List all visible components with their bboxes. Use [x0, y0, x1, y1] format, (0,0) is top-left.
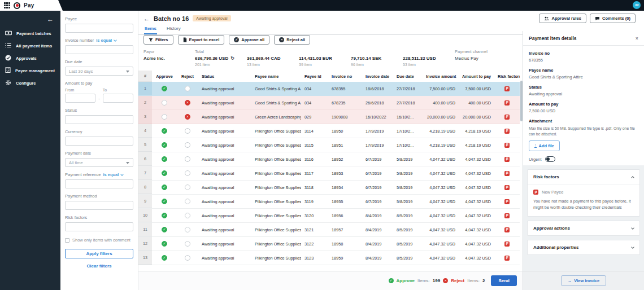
approve-all-button[interactable]: ✓ Approve all	[229, 35, 269, 45]
table-row[interactable]: 4 ✓ Awaiting approval Pilkington Office …	[138, 124, 520, 138]
comments-button[interactable]: Comments (0)	[590, 14, 636, 23]
approve-radio[interactable]: ✓	[162, 156, 167, 162]
currency-filter-input[interactable]	[65, 137, 133, 146]
risk-flag-icon[interactable]	[504, 256, 510, 261]
payee-filter-input[interactable]	[65, 24, 133, 33]
reject-all-button[interactable]: × Reject all	[274, 35, 310, 45]
comment-filter-checkbox-row[interactable]: Show only items with comment	[65, 238, 133, 243]
reject-radio[interactable]: ×	[185, 114, 190, 120]
approve-radio[interactable]: ✓	[162, 241, 167, 247]
reject-radio[interactable]	[185, 128, 190, 134]
risk-flag-icon[interactable]	[504, 199, 510, 204]
payment-method-filter-input[interactable]	[65, 201, 133, 210]
table-row[interactable]: 6 ✓ Awaiting approval Pilkington Office …	[138, 152, 520, 166]
payment-date-filter-select[interactable]: All time	[65, 158, 133, 167]
table-row[interactable]: 13 ✓ Awaiting approval Pilkington Office…	[138, 251, 520, 265]
sidebar-item-approvals[interactable]: Approvals	[0, 52, 60, 64]
risk-factors-card-header[interactable]: Risk factors	[528, 170, 639, 184]
payment-reference-filter-input[interactable]	[65, 179, 133, 188]
reject-radio[interactable]	[185, 156, 190, 162]
cell-amount-to-pay: 7,500.00 USD	[459, 86, 494, 91]
view-invoice-button[interactable]: → View invoice	[561, 275, 606, 286]
invoice-number-filter-input[interactable]	[65, 45, 133, 54]
approve-radio[interactable]	[162, 100, 167, 106]
approve-radio[interactable]: ✓	[162, 86, 167, 91]
approve-radio[interactable]: ✓	[162, 255, 167, 261]
reject-radio[interactable]	[185, 255, 190, 261]
sidebar-item-configure[interactable]: Configure	[0, 77, 60, 89]
table-row[interactable]: 8 ✓ Awaiting approval Pilkington Office …	[138, 181, 520, 195]
approve-radio[interactable]: ✓	[162, 213, 167, 218]
table-row[interactable]: 5 ✓ Awaiting approval Pilkington Office …	[138, 138, 520, 152]
reject-radio[interactable]	[185, 241, 190, 247]
approve-radio[interactable]: ✓	[162, 227, 167, 232]
risk-flag-icon[interactable]	[504, 241, 510, 247]
risk-flag-icon[interactable]	[504, 157, 510, 162]
clear-filters-link[interactable]: Clear filters	[65, 263, 133, 269]
risk-flag-icon[interactable]	[504, 129, 510, 134]
table-row[interactable]: 12 ✓ Awaiting approval Pilkington Office…	[138, 237, 520, 251]
reject-radio[interactable]: ×	[185, 100, 190, 106]
approval-actions-card-header[interactable]: Approval actions	[528, 221, 639, 235]
table-row[interactable]: 11 ✓ Awaiting approval Pilkington Office…	[138, 223, 520, 237]
due-date-filter-select[interactable]: Last 30 days	[65, 67, 133, 76]
back-arrow-icon[interactable]: ←	[143, 15, 150, 22]
add-file-button[interactable]: ↑ Add file	[529, 140, 560, 151]
send-button[interactable]: Send	[491, 275, 517, 286]
table-row[interactable]: 9 ✓ Awaiting approval Pilkington Office …	[138, 195, 520, 209]
filters-button[interactable]: Filters	[143, 35, 173, 45]
approve-radio[interactable]: ✓	[162, 142, 167, 148]
risk-flag-icon[interactable]	[504, 185, 510, 190]
comment-filter-checkbox[interactable]	[65, 238, 69, 243]
reject-radio[interactable]	[185, 86, 190, 91]
export-to-excel-button[interactable]: Export to excel	[178, 35, 225, 45]
refresh-icon[interactable]: ↻	[230, 56, 234, 61]
risk-flag-icon[interactable]	[504, 171, 510, 176]
table-row[interactable]: 1 ✓ Awaiting approval Good Shirts & Spor…	[138, 82, 520, 96]
reject-radio[interactable]	[185, 170, 190, 176]
cell-payee-id: 3119	[301, 199, 328, 204]
sidebar-item-payment-batches[interactable]: Payment batches	[0, 27, 60, 39]
status-filter-input[interactable]	[65, 115, 133, 124]
amount-from-input[interactable]	[65, 94, 95, 103]
approve-radio[interactable]: ✓	[162, 128, 167, 134]
reject-radio[interactable]	[185, 184, 190, 190]
approve-radio[interactable]: ✓	[162, 170, 167, 176]
user-avatar[interactable]: JR	[633, 1, 641, 9]
table-row[interactable]: 10 ✓ Awaiting approval Pilkington Office…	[138, 209, 520, 223]
reject-radio[interactable]	[185, 199, 190, 204]
cell-invoice-date: 18/6/2018	[362, 86, 393, 91]
risk-flag-icon[interactable]	[504, 115, 510, 120]
risk-factors-filter-input[interactable]	[65, 222, 133, 231]
close-icon[interactable]: ×	[636, 36, 638, 41]
approve-radio[interactable]: ✓	[162, 184, 167, 190]
reject-radio[interactable]	[185, 227, 190, 232]
invoice-number-operator[interactable]: is equal	[96, 38, 112, 43]
risk-flag-icon[interactable]	[504, 213, 510, 218]
app-grid-icon[interactable]	[4, 2, 10, 8]
cell-invoice-date: 26/6/2018	[362, 100, 393, 106]
sidebar-item-payee-management[interactable]: Payee management	[0, 64, 60, 77]
approve-radio[interactable]: ✓	[162, 199, 167, 204]
cell-invoice-amount: 4,047.32 USD	[423, 185, 459, 190]
vertical-scrollbar[interactable]	[520, 81, 523, 121]
risk-flag-icon[interactable]	[504, 100, 510, 106]
urgent-toggle[interactable]	[545, 156, 555, 162]
medius-logo-icon[interactable]	[14, 2, 20, 9]
sidebar-collapse-icon[interactable]: ←	[47, 16, 54, 23]
risk-flag-icon[interactable]	[504, 227, 510, 232]
risk-flag-icon[interactable]	[504, 143, 510, 148]
apply-filters-button[interactable]: Apply filters	[65, 249, 133, 258]
approval-rules-button[interactable]: Approval rules	[539, 14, 586, 23]
additional-properties-card-header[interactable]: Additional properties	[528, 240, 639, 254]
amount-to-input[interactable]	[103, 94, 133, 103]
sidebar-item-all-payment-items[interactable]: All payment items	[0, 39, 60, 52]
risk-flag-icon[interactable]	[504, 86, 510, 91]
table-row[interactable]: 7 ✓ Awaiting approval Pilkington Office …	[138, 166, 520, 181]
table-row[interactable]: 3 × Awaiting approval Green Acres Landsc…	[138, 110, 520, 124]
reject-radio[interactable]	[185, 213, 190, 218]
reject-radio[interactable]	[185, 142, 190, 148]
approve-radio[interactable]	[162, 114, 167, 120]
payment-reference-operator[interactable]: is equal	[103, 172, 119, 177]
table-row[interactable]: 2 × Awaiting approval Good Shirts & Spor…	[138, 96, 520, 110]
